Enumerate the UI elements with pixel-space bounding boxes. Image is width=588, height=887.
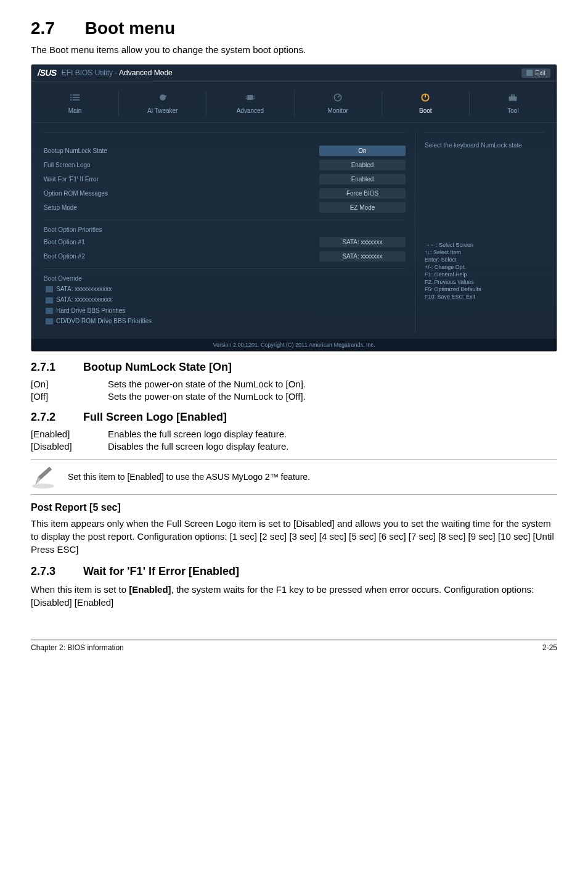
tab-tweaker[interactable]: Ai Tweaker <box>119 88 206 119</box>
svg-rect-1 <box>73 94 80 96</box>
note-text: Set this item to [Enabled] to use the AS… <box>68 472 557 482</box>
footer-page: 2-25 <box>542 643 557 652</box>
override-hdd-bbs[interactable]: Hard Drive BBS Priorities <box>44 305 406 316</box>
setting-option-rom[interactable]: Option ROM Messages Force BIOS <box>44 186 406 200</box>
section-number: 2.7 <box>31 19 80 38</box>
svg-point-19 <box>32 484 54 489</box>
option-off: [Off] Sets the power-on state of the Num… <box>31 391 557 402</box>
tab-monitor[interactable]: Monitor <box>295 88 382 119</box>
post-report-body: This item appears only when the Full Scr… <box>31 517 557 556</box>
bios-footer: Version 2.00.1201. Copyright (C) 2011 Am… <box>31 339 557 351</box>
post-report-heading: Post Report [5 sec] <box>31 502 557 513</box>
setting-fullscreen-logo[interactable]: Full Screen Logo Enabled <box>44 158 406 172</box>
svg-rect-5 <box>73 99 80 101</box>
monitor-icon <box>332 93 344 102</box>
list-icon <box>69 93 81 102</box>
svg-rect-12 <box>254 98 255 99</box>
section-name: Boot menu <box>85 19 175 38</box>
footer-chapter: Chapter 2: BIOS information <box>31 643 124 652</box>
svg-rect-0 <box>70 94 71 96</box>
svg-rect-7 <box>165 96 166 97</box>
svg-rect-10 <box>246 98 247 99</box>
option-on: [On] Sets the power-on state of the NumL… <box>31 379 557 389</box>
tab-advanced[interactable]: Advanced <box>206 88 293 119</box>
exit-icon <box>526 70 533 76</box>
subsection-273-title: 2.7.3 Wait for 'F1' If Error [Enabled] <box>31 565 557 578</box>
boot-option-2[interactable]: Boot Option #2 SATA: xxxxxxx <box>44 249 406 263</box>
subsection-272-title: 2.7.2 Full Screen Logo [Enabled] <box>31 411 557 424</box>
tweaker-icon <box>157 93 169 102</box>
override-sata-2[interactable]: SATA: xxxxxxxxxxxx <box>44 294 406 305</box>
tab-bar: Main Ai Tweaker Advanced Monitor Boot To… <box>31 81 557 123</box>
tab-tool[interactable]: Tool <box>470 88 557 119</box>
section-title: 2.7 Boot menu <box>31 19 557 38</box>
toolbox-icon <box>507 93 519 102</box>
svg-rect-3 <box>73 97 80 98</box>
svg-rect-18 <box>512 95 515 96</box>
option-disabled: [Disabled] Disables the full screen logo… <box>31 441 557 452</box>
bios-logo: /SUS EFI BIOS Utility - Advanced Mode <box>38 68 173 78</box>
pencil-icon <box>31 464 55 489</box>
tab-boot[interactable]: Boot <box>382 88 469 119</box>
power-icon <box>419 93 431 102</box>
svg-rect-9 <box>246 96 247 97</box>
chip-icon <box>244 93 256 102</box>
brand-text: /SUS <box>38 68 57 78</box>
exit-button[interactable]: Exit <box>521 68 550 78</box>
svg-rect-17 <box>509 96 517 101</box>
svg-point-6 <box>160 94 166 101</box>
section-description: The Boot menu items allow you to change … <box>31 44 557 55</box>
boot-priority-header: Boot Option Priorities <box>44 220 406 235</box>
bios-main-panel: Bootup NumLock State On Full Screen Logo… <box>44 132 415 332</box>
bios-window: /SUS EFI BIOS Utility - Advanced Mode Ex… <box>31 64 557 352</box>
bios-content: Bootup NumLock State On Full Screen Logo… <box>31 123 557 339</box>
bios-title: EFI BIOS Utility - Advanced Mode <box>62 68 173 77</box>
svg-line-14 <box>338 96 340 97</box>
svg-rect-8 <box>247 95 253 100</box>
setting-wait-f1[interactable]: Wait For 'F1' If Error Enabled <box>44 172 406 186</box>
sidebar-help-keys: →←: Select Screen ↑↓: Select Item Enter:… <box>425 241 544 300</box>
svg-rect-4 <box>70 99 71 101</box>
option-enabled: [Enabled] Enables the full screen logo d… <box>31 429 557 439</box>
setting-numlock[interactable]: Bootup NumLock State On <box>44 144 406 158</box>
boot-option-1[interactable]: Boot Option #1 SATA: xxxxxxx <box>44 235 406 249</box>
sidebar-hint: Select the keyboard NumLock state <box>425 142 544 149</box>
boot-override-header: Boot Override <box>44 268 406 284</box>
page-footer: Chapter 2: BIOS information 2-25 <box>31 640 557 652</box>
subsection-273-body: When this item is set to [Enabled], the … <box>31 583 557 609</box>
bios-sidebar: Select the keyboard NumLock state →←: Se… <box>415 132 544 332</box>
setting-setup-mode[interactable]: Setup Mode EZ Mode <box>44 200 406 215</box>
note-box: Set this item to [Enabled] to use the AS… <box>31 459 557 495</box>
tab-main[interactable]: Main <box>31 88 118 119</box>
override-sata-1[interactable]: SATA: xxxxxxxxxxxx <box>44 284 406 294</box>
bios-header: /SUS EFI BIOS Utility - Advanced Mode Ex… <box>31 65 557 81</box>
svg-rect-2 <box>70 97 71 98</box>
subsection-271-title: 2.7.1 Bootup NumLock State [On] <box>31 361 557 374</box>
override-cddvd-bbs[interactable]: CD/DVD ROM Drive BBS Priorities <box>44 316 406 326</box>
svg-rect-11 <box>254 96 255 97</box>
